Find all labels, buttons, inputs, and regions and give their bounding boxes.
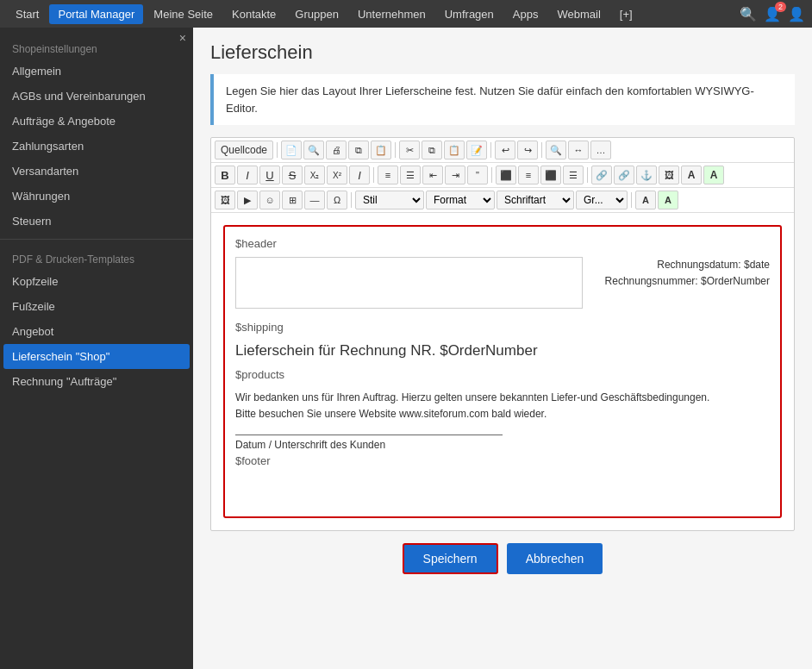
sidebar-item-versandarten[interactable]: Versandarten: [0, 159, 193, 184]
image-btn2[interactable]: 🖼: [659, 166, 679, 184]
format-select[interactable]: Format: [426, 191, 495, 209]
sidebar-item-lieferschein-shop[interactable]: Lieferschein "Shop": [3, 344, 190, 369]
paste-button[interactable]: 📋: [371, 141, 391, 159]
toolbar-sep-6: [491, 167, 492, 183]
user-icon[interactable]: 👤: [788, 6, 805, 22]
unordered-list-button[interactable]: ☰: [400, 166, 421, 184]
nav-portal-manager[interactable]: Portal Manager: [49, 4, 143, 24]
toolbar-row-2: B I U S X₂ X² I ≡ ☰ ⇤ ⇥ " ⬛ ≡ ⬛ ☰ 🔗: [211, 163, 794, 188]
nav-apps[interactable]: Apps: [504, 4, 547, 24]
page-title: Lieferschein: [210, 41, 795, 64]
font-color-button[interactable]: A: [635, 191, 656, 209]
nav-webmail[interactable]: Webmail: [548, 4, 609, 24]
sidebar-item-zahlungsarten[interactable]: Zahlungsarten: [0, 134, 193, 159]
underline-button[interactable]: U: [259, 166, 280, 184]
toolbar-sep-1: [277, 142, 278, 158]
copy-button[interactable]: ⧉: [348, 141, 369, 159]
font-select[interactable]: Schriftart: [497, 191, 574, 209]
notification-icon[interactable]: 👤 2: [764, 6, 781, 22]
print-button[interactable]: 🖨: [326, 141, 347, 159]
sidebar-item-fusszeile[interactable]: Fußzeile: [0, 294, 193, 319]
style-select[interactable]: Stil: [355, 191, 424, 209]
body-text: Wir bedanken uns für Ihren Auftrag. Hier…: [235, 390, 770, 422]
replace-button[interactable]: ↔: [568, 141, 589, 159]
color-text-button[interactable]: A: [681, 166, 702, 184]
footer-variable: $footer: [235, 454, 770, 467]
sidebar: × Shopeinstellungen Allgemein AGBs und V…: [0, 28, 193, 669]
image-button[interactable]: 🖼: [215, 191, 235, 209]
toolbar-sep-2: [395, 142, 396, 158]
cancel-button[interactable]: Abbrechen: [507, 543, 603, 574]
nav-meine-seite[interactable]: Meine Seite: [145, 4, 222, 24]
nav-plus[interactable]: [+]: [611, 4, 641, 24]
sidebar-item-angebot[interactable]: Angebot: [0, 319, 193, 344]
nav-unternehmen[interactable]: Unternehmen: [349, 4, 434, 24]
nav-gruppen[interactable]: Gruppen: [286, 4, 347, 24]
align-right-button[interactable]: ⬛: [540, 166, 561, 184]
italic2-button[interactable]: I: [349, 166, 370, 184]
sidebar-item-rechnung-auftraege[interactable]: Rechnung "Aufträge": [0, 369, 193, 394]
nav-kontakte[interactable]: Kontakte: [223, 4, 284, 24]
indent-decrease-button[interactable]: ⇤: [422, 166, 443, 184]
size-select[interactable]: Gr...: [576, 191, 628, 209]
redo-button[interactable]: ↪: [517, 141, 538, 159]
toolbar-sep-3: [490, 142, 491, 158]
copy2-button[interactable]: ⧉: [422, 141, 442, 159]
paste2-button[interactable]: 📋: [444, 141, 465, 159]
toolbar-sep-8: [351, 192, 352, 208]
italic-button[interactable]: I: [237, 166, 258, 184]
signature-label: Datum / Unterschrift des Kunden: [235, 439, 770, 451]
wysiwyg-editor: Quellcode 📄 🔍 🖨 ⧉ 📋 ✂ ⧉ 📋 📝 ↩ ↪ 🔍 ↔ …: [210, 137, 795, 531]
align-justify-button[interactable]: ☰: [563, 166, 584, 184]
align-left-button[interactable]: ⬛: [496, 166, 516, 184]
sidebar-item-kopfzeile[interactable]: Kopfzeile: [0, 269, 193, 294]
anchor-button[interactable]: ⚓: [636, 166, 657, 184]
font-highlight-button[interactable]: A: [658, 191, 678, 209]
address-box: [235, 257, 583, 309]
hr-button[interactable]: —: [304, 191, 325, 209]
more-button[interactable]: …: [590, 141, 611, 159]
strikethrough-button[interactable]: S: [282, 166, 303, 184]
indent-increase-button[interactable]: ⇥: [445, 166, 465, 184]
editor-area[interactable]: $header Rechnungsdatum: $date Rechnungsn…: [211, 213, 794, 530]
sidebar-divider: [0, 239, 193, 240]
cut-button[interactable]: ✂: [399, 141, 420, 159]
unlink-button[interactable]: 🔗: [614, 166, 634, 184]
sidebar-item-auftraege[interactable]: Aufträge & Angebote: [0, 109, 193, 134]
special-char-button[interactable]: Ω: [327, 191, 347, 209]
toolbar-row-1: Quellcode 📄 🔍 🖨 ⧉ 📋 ✂ ⧉ 📋 📝 ↩ ↪ 🔍 ↔ …: [211, 138, 794, 163]
paste-text-button[interactable]: 📝: [466, 141, 487, 159]
source-button[interactable]: Quellcode: [215, 141, 273, 159]
color-bg-button[interactable]: A: [703, 166, 724, 184]
save-button[interactable]: Speichern: [403, 543, 498, 574]
nav-umfragen[interactable]: Umfragen: [436, 4, 503, 24]
sidebar-item-agbs[interactable]: AGBs und Vereinbarungen: [0, 84, 193, 109]
find-button[interactable]: 🔍: [546, 141, 566, 159]
bold-button[interactable]: B: [215, 166, 235, 184]
align-center-button[interactable]: ≡: [518, 166, 539, 184]
new-doc-button[interactable]: 📄: [281, 141, 302, 159]
search-icon[interactable]: 🔍: [740, 6, 757, 22]
undo-button[interactable]: ↩: [495, 141, 515, 159]
info-box: Legen Sie hier das Layout Ihrer Liefersc…: [210, 74, 795, 125]
bottom-bar: Speichern Abbrechen: [210, 531, 795, 586]
number-label: Rechnungsnummer: $OrderNumber: [605, 273, 770, 290]
sidebar-item-allgemein[interactable]: Allgemein: [0, 59, 193, 84]
blockquote-button[interactable]: ": [467, 166, 488, 184]
signature-line: [235, 435, 503, 435]
date-label: Rechnungsdatum: $date: [605, 257, 770, 273]
subscript-button[interactable]: X₂: [304, 166, 325, 184]
preview-button[interactable]: 🔍: [303, 141, 324, 159]
video-button[interactable]: ▶: [237, 191, 258, 209]
top-navigation: Start Portal Manager Meine Seite Kontakt…: [0, 0, 812, 28]
table-button[interactable]: ⊞: [282, 191, 303, 209]
sidebar-close-button[interactable]: ×: [179, 31, 186, 45]
toolbar-sep-9: [631, 192, 632, 208]
emoji-button[interactable]: ☺: [259, 191, 280, 209]
sidebar-item-waehrungen[interactable]: Währungen: [0, 184, 193, 209]
nav-start[interactable]: Start: [7, 4, 47, 24]
link-button[interactable]: 🔗: [591, 166, 612, 184]
ordered-list-button[interactable]: ≡: [378, 166, 398, 184]
superscript-button[interactable]: X²: [327, 166, 347, 184]
sidebar-item-steuern[interactable]: Steuern: [0, 209, 193, 234]
